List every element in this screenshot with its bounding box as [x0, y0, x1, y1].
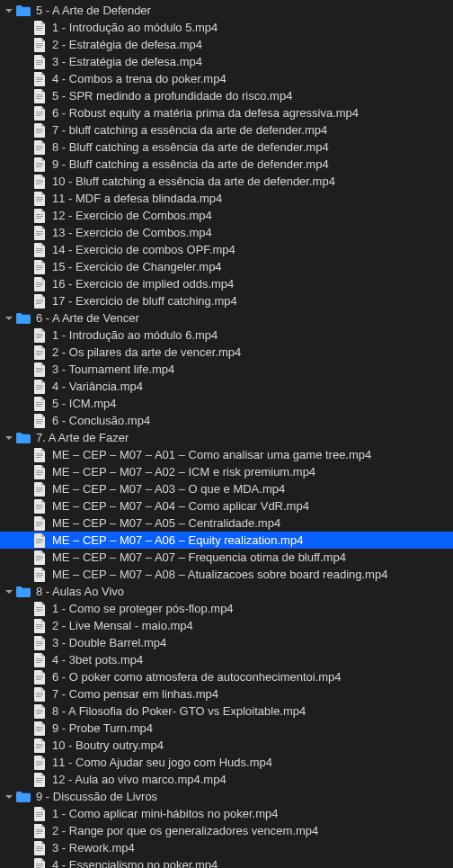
file-row[interactable]: ME – CEP – M07 – A03 – O que e MDA.mp4	[0, 480, 453, 497]
file-row[interactable]: 12 - Exercicio de Combos.mp4	[0, 207, 453, 224]
file-row[interactable]: 7 - Como pensar em linhas.mp4	[0, 685, 453, 702]
file-label: ME – CEP – M07 – A08 – Atualizacoes sobr…	[52, 568, 387, 581]
svg-rect-60	[36, 385, 43, 386]
file-row[interactable]: 10 - Bluff catching a essência da arte d…	[0, 173, 453, 190]
file-row[interactable]: ME – CEP – M07 – A08 – Atualizacoes sobr…	[0, 566, 453, 583]
file-row[interactable]: 2 - Estratégia de defesa.mp4	[0, 36, 453, 53]
file-row[interactable]: 12 - Aula ao vivo marco.mp4.mp4	[0, 771, 453, 788]
file-row[interactable]: 1 - Introdução ao módulo 6.mp4	[0, 327, 453, 344]
file-label: 4 - Essencialismo no poker.mp4	[52, 858, 218, 868]
folder-row[interactable]: 7. A Arte de Fazer	[0, 429, 453, 446]
file-icon	[32, 858, 47, 869]
svg-rect-5	[36, 47, 41, 48]
file-row[interactable]: 17 - Exercicio de bluff catching.mp4	[0, 292, 453, 309]
folder-row[interactable]: 9 - Discussão de Livros	[0, 788, 453, 805]
svg-rect-134	[36, 850, 41, 851]
file-row[interactable]: 3 - Estratégia de defesa.mp4	[0, 53, 453, 70]
svg-rect-97	[36, 626, 43, 627]
folder-icon	[16, 312, 31, 325]
file-row[interactable]: ME – CEP – M07 – A02 – ICM e risk premiu…	[0, 463, 453, 480]
svg-rect-73	[36, 472, 43, 473]
file-icon	[32, 824, 47, 838]
file-row[interactable]: 8 - A Filosofia do Poker- GTO vs Exploit…	[0, 702, 453, 720]
chevron-down-icon[interactable]	[4, 5, 14, 16]
file-row[interactable]: ME – CEP – M07 – A04 – Como aplicar VdR.…	[0, 497, 453, 515]
file-label: ME – CEP – M07 – A02 – ICM e risk premiu…	[52, 465, 315, 479]
chevron-down-icon[interactable]	[4, 792, 14, 802]
folder-row[interactable]: 6 - A Arte de Vencer	[0, 309, 453, 327]
file-row[interactable]: 4 - Combos a trena do poker.mp4	[0, 70, 453, 87]
file-label: 4 - Combos a trena do poker.mp4	[52, 72, 226, 85]
file-row[interactable]: 1 - Como se proteger pós-flop.mp4	[0, 600, 453, 617]
file-label: 1 - Como aplicar mini-hábitos no poker.m…	[52, 807, 278, 820]
svg-rect-71	[36, 457, 41, 458]
file-row[interactable]: 4 - Essencialismo no poker.mp4	[0, 856, 453, 868]
file-row[interactable]: 9 - Bluff catching a essência da arte de…	[0, 156, 453, 173]
file-row[interactable]: 6 - O poker como atmosfera de autoconhec…	[0, 668, 453, 685]
file-icon	[32, 72, 47, 86]
file-label: ME – CEP – M07 – A07 – Frequencia otima …	[52, 550, 346, 564]
file-label: 12 - Aula ao vivo marco.mp4.mp4	[52, 773, 226, 786]
file-row[interactable]: 11 - MDF a defesa blindada.mp4	[0, 190, 453, 207]
file-row[interactable]: 16 - Exercicio de implied odds.mp4	[0, 275, 453, 292]
file-row[interactable]: ME – CEP – M07 – A01 – Como analisar uma…	[0, 446, 453, 463]
file-icon	[32, 21, 47, 35]
svg-rect-109	[36, 694, 43, 695]
folder-row[interactable]: 5 - A Arte de Defender	[0, 2, 453, 19]
file-row[interactable]: 11 - Como Ajudar seu jogo com Huds.mp4	[0, 754, 453, 771]
file-row[interactable]: 1 - Introdução ao módulo 5.mp4	[0, 19, 453, 36]
file-row[interactable]: 2 - Os pilares da arte de vencer.mp4	[0, 344, 453, 361]
file-label: 3 - Rework.mp4	[52, 841, 135, 855]
svg-rect-62	[36, 389, 41, 389]
file-label: 12 - Exercicio de Combos.mp4	[52, 209, 212, 222]
file-icon	[32, 277, 47, 291]
file-row[interactable]: 4 - Variância.mp4	[0, 378, 453, 395]
svg-rect-68	[36, 423, 41, 424]
file-row[interactable]: ME – CEP – M07 – A07 – Frequencia otima …	[0, 549, 453, 566]
svg-rect-17	[36, 115, 41, 116]
folder-row[interactable]: 8 - Aulas Ao Vivo	[0, 583, 453, 600]
file-row[interactable]: 10 - Boutry outry.mp4	[0, 737, 453, 754]
file-icon	[32, 636, 47, 650]
file-row[interactable]: 14 - Exercicio de combos OPF.mp4	[0, 241, 453, 258]
file-row[interactable]: 8 - Bluff catching a essência da arte de…	[0, 139, 453, 156]
svg-rect-1	[36, 28, 43, 29]
file-row[interactable]: 6 - Conclusão.mp4	[0, 412, 453, 429]
file-row[interactable]: 4 - 3bet pots.mp4	[0, 651, 453, 668]
svg-rect-22	[36, 148, 43, 148]
file-row[interactable]: 2 - Live Mensal - maio.mp4	[0, 617, 453, 634]
file-icon	[32, 550, 47, 565]
svg-rect-86	[36, 542, 41, 543]
svg-rect-6	[36, 60, 43, 61]
file-row[interactable]: ME – CEP – M07 – A05 – Centralidade.mp4	[0, 515, 453, 532]
file-label: 16 - Exercicio de implied odds.mp4	[52, 277, 234, 291]
folder-label: 9 - Discussão de Livros	[36, 790, 157, 803]
file-row[interactable]: 2 - Range por que os generalizadores ven…	[0, 822, 453, 839]
file-row[interactable]: ME – CEP – M07 – A06 – Equity realizatio…	[0, 532, 453, 549]
svg-rect-69	[36, 453, 43, 454]
chevron-down-icon[interactable]	[4, 586, 14, 597]
file-row[interactable]: 3 - Tournament life.mp4	[0, 361, 453, 378]
file-row[interactable]: 15 - Exercicio de Changeler.mp4	[0, 258, 453, 275]
file-tree[interactable]: 5 - A Arte de Defender1 - Introdução ao …	[0, 0, 453, 868]
svg-rect-4	[36, 45, 43, 46]
file-label: 8 - Bluff catching a essência da arte de…	[52, 140, 329, 154]
file-row[interactable]: 5 - SPR medindo a profundidade do risco.…	[0, 87, 453, 104]
file-row[interactable]: 9 - Probe Turn.mp4	[0, 720, 453, 737]
chevron-down-icon[interactable]	[4, 313, 14, 324]
file-icon	[32, 243, 47, 257]
file-label: ME – CEP – M07 – A01 – Como analisar uma…	[52, 448, 371, 461]
file-row[interactable]: 1 - Como aplicar mini-hábitos no poker.m…	[0, 805, 453, 822]
file-row[interactable]: 6 - Robust equity a matéria prima da def…	[0, 104, 453, 121]
svg-rect-19	[36, 130, 43, 131]
file-row[interactable]: 5 - ICM.mp4	[0, 395, 453, 412]
file-row[interactable]: 3 - Double Barrel.mp4	[0, 634, 453, 651]
file-row[interactable]: 7 - bluff catching a essência da arte de…	[0, 121, 453, 139]
file-icon	[32, 55, 47, 69]
file-row[interactable]: 3 - Rework.mp4	[0, 839, 453, 856]
file-row[interactable]: 13 - Exercicio de Combos.mp4	[0, 224, 453, 241]
chevron-down-icon[interactable]	[4, 433, 14, 443]
svg-rect-111	[36, 710, 43, 711]
svg-rect-122	[36, 765, 41, 765]
folder-label: 6 - A Arte de Vencer	[36, 311, 139, 325]
